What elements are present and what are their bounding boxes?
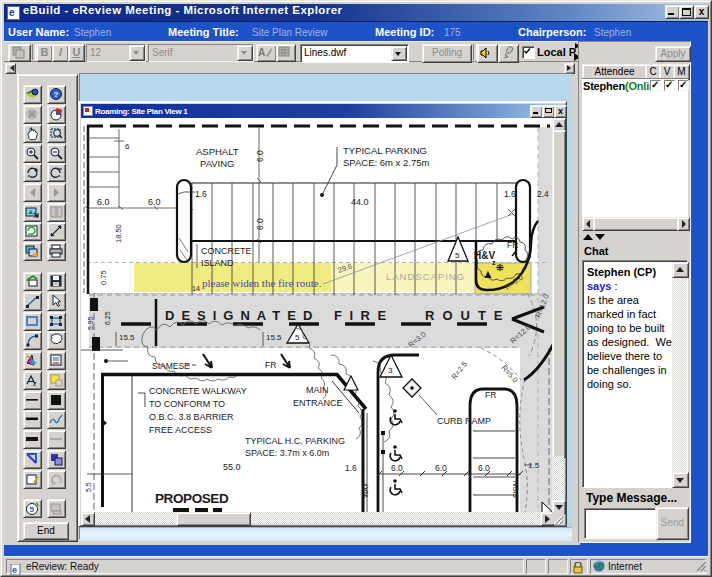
svg-text:SIAMESE: SIAMESE bbox=[152, 361, 190, 371]
svg-text:1.5: 1.5 bbox=[528, 461, 540, 470]
svg-text:2.4: 2.4 bbox=[537, 189, 549, 199]
svg-text:5: 5 bbox=[455, 251, 460, 260]
svg-text:LANDSCAPING: LANDSCAPING bbox=[386, 271, 465, 282]
svg-text:15.5: 15.5 bbox=[119, 333, 135, 342]
svg-text:CONCRETE: CONCRETE bbox=[201, 246, 252, 256]
svg-text:O.B.C. 3.8 BARRIER: O.B.C. 3.8 BARRIER bbox=[149, 412, 234, 422]
svg-text:SPACE: 6m x 2.75m: SPACE: 6m x 2.75m bbox=[343, 157, 429, 168]
svg-text:PROPOSED: PROPOSED bbox=[155, 491, 229, 506]
svg-text:6.0: 6.0 bbox=[255, 218, 265, 230]
svg-text:1.6: 1.6 bbox=[195, 189, 207, 199]
svg-text:0.75: 0.75 bbox=[99, 270, 108, 285]
svg-text:5: 5 bbox=[295, 333, 300, 342]
svg-text:TYPICAL PARKING: TYPICAL PARKING bbox=[343, 145, 427, 156]
svg-text:6.0: 6.0 bbox=[255, 150, 265, 162]
svg-text:please widen the fire route.: please widen the fire route. bbox=[202, 277, 322, 289]
svg-text:6.0: 6.0 bbox=[478, 463, 490, 473]
svg-text:55.0: 55.0 bbox=[223, 462, 241, 472]
svg-text:1.6: 1.6 bbox=[504, 189, 516, 199]
svg-text:FR: FR bbox=[485, 390, 496, 400]
svg-text:PAVING: PAVING bbox=[200, 158, 235, 169]
svg-text:e: e bbox=[12, 565, 17, 575]
svg-text:3: 3 bbox=[388, 366, 393, 375]
svg-text:44.0: 44.0 bbox=[351, 197, 369, 207]
svg-text:FIRE: FIRE bbox=[334, 308, 394, 323]
svg-text:5.95: 5.95 bbox=[87, 316, 94, 330]
svg-text:5: 5 bbox=[30, 505, 35, 514]
svg-text:6.0: 6.0 bbox=[97, 197, 110, 207]
svg-text:z: z bbox=[33, 380, 37, 387]
svg-text:ASPHALT: ASPHALT bbox=[196, 146, 239, 157]
svg-text:TYPICAL H.C. PARKING: TYPICAL H.C. PARKING bbox=[245, 436, 345, 446]
svg-text:SIGN: SIGN bbox=[512, 481, 519, 498]
svg-text:6: 6 bbox=[125, 142, 130, 151]
svg-text:?: ? bbox=[54, 90, 59, 99]
svg-text:FR: FR bbox=[265, 360, 276, 370]
svg-text:1.6: 1.6 bbox=[345, 463, 357, 473]
svg-text:TO CONFORM TO: TO CONFORM TO bbox=[149, 399, 225, 409]
svg-text:A: A bbox=[258, 47, 265, 58]
svg-text:MAIN: MAIN bbox=[306, 385, 329, 395]
svg-text:6.0: 6.0 bbox=[391, 463, 403, 473]
svg-text:CURB RAMP: CURB RAMP bbox=[437, 416, 491, 426]
svg-text:ISLAND: ISLAND bbox=[201, 258, 234, 268]
svg-text:6.0: 6.0 bbox=[435, 463, 447, 473]
svg-text:14: 14 bbox=[192, 285, 200, 292]
svg-text:ROUTE: ROUTE bbox=[425, 308, 511, 323]
svg-text:WAY: WAY bbox=[362, 483, 369, 498]
svg-text:6.0: 6.0 bbox=[148, 197, 161, 207]
svg-text:6.25: 6.25 bbox=[104, 311, 111, 325]
svg-text:15.5: 15.5 bbox=[266, 333, 282, 342]
svg-text:FR: FR bbox=[507, 240, 518, 250]
svg-text:5.5: 5.5 bbox=[85, 482, 92, 492]
svg-text:z: z bbox=[492, 259, 496, 266]
svg-text:R=2.5: R=2.5 bbox=[449, 360, 469, 381]
svg-text:SPACE: 3.7m x 6.0m: SPACE: 3.7m x 6.0m bbox=[245, 448, 329, 458]
svg-text:R=5.0: R=5.0 bbox=[500, 363, 520, 384]
svg-text:FREE ACCESS: FREE ACCESS bbox=[149, 425, 212, 435]
svg-text:CONCRETE WALKWAY: CONCRETE WALKWAY bbox=[149, 386, 247, 396]
svg-text:18.50: 18.50 bbox=[114, 224, 123, 243]
svg-text:ENTRANCE: ENTRANCE bbox=[293, 398, 343, 408]
